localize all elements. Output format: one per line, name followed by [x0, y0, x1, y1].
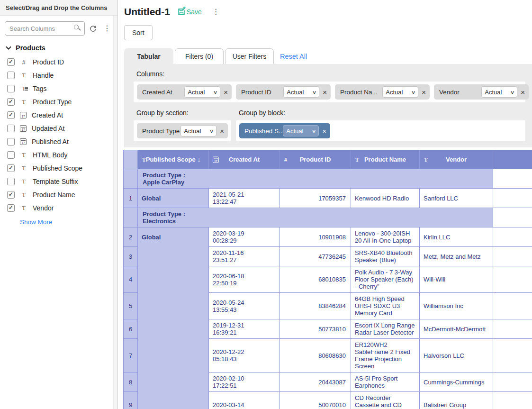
field-chip-created-at[interactable]: Created AtActual∨×: [137, 84, 232, 100]
sidebar-item-html-body[interactable]: THTML Body: [0, 148, 117, 162]
product-id-cell: 10901908: [280, 227, 351, 247]
page-title: Untitled-1: [124, 6, 170, 18]
aggregation-value: Actual: [386, 89, 403, 96]
created-at-cell: 2020-11-1623:51:27: [209, 247, 280, 266]
published-scope-cell: Global: [138, 189, 209, 208]
remove-chip-icon[interactable]: ×: [521, 89, 525, 96]
vendor-cell: McDermott-McDermott: [420, 319, 493, 339]
field-label: Published At: [32, 138, 69, 145]
text-type-icon: T: [20, 72, 27, 79]
column-header-product-name[interactable]: TProduct Name: [351, 150, 420, 169]
aggregation-dropdown[interactable]: Actual∨: [481, 86, 517, 98]
vendor-cell: Williamson Inc: [420, 293, 493, 319]
field-checkbox[interactable]: ✓: [7, 111, 15, 119]
field-label: Created At: [32, 111, 63, 119]
field-checkbox[interactable]: [7, 151, 15, 159]
tab-filters[interactable]: Filters (0): [175, 48, 224, 64]
report-menu-icon[interactable]: ⋮: [210, 7, 222, 17]
sidebar-item-template-suffix[interactable]: TTemplate Suffix: [0, 175, 117, 188]
refresh-icon[interactable]: [89, 25, 97, 33]
sidebar-group-products[interactable]: Products: [0, 40, 117, 55]
text-type-icon: T: [20, 99, 27, 106]
sidebar-item-product-id[interactable]: ✓#Product ID: [0, 55, 117, 69]
field-checkbox[interactable]: [7, 125, 15, 132]
field-checkbox[interactable]: [7, 138, 15, 145]
field-checkbox[interactable]: [7, 72, 15, 79]
column-header-product-id[interactable]: #Product ID: [280, 150, 351, 169]
layout-builder-panel: Columns: Created AtActual∨×Product IDAct…: [124, 64, 532, 147]
table-body: Product Type :Apple CarPlay1Global2021-0…: [124, 169, 532, 409]
column-header-vendor[interactable]: TVendor: [420, 150, 493, 169]
field-label: Template Suffix: [33, 178, 78, 185]
sidebar-item-created-at[interactable]: ✓17Created At: [0, 109, 117, 122]
field-chip-product-na[interactable]: Product Na...Actual∨×: [335, 84, 430, 100]
sidebar-item-published-at[interactable]: 17Published At: [0, 135, 117, 148]
group-section-dropzone[interactable]: Product TypeActual∨×: [134, 120, 231, 141]
product-id-cell: 50773810: [280, 319, 351, 339]
remove-chip-icon[interactable]: ×: [323, 89, 327, 96]
field-checkbox[interactable]: ✓: [7, 58, 15, 66]
aggregation-dropdown[interactable]: Actual∨: [382, 86, 418, 98]
column-header-created-at[interactable]: 17Created At: [209, 150, 280, 169]
spacer-cell: [493, 392, 532, 409]
sidebar-item-updated-at[interactable]: 17Updated At: [0, 122, 117, 135]
column-header-label: Vendor: [446, 156, 467, 163]
field-chip-published-s[interactable]: Published S...Actual∨×: [239, 123, 330, 138]
sidebar-item-published-scope[interactable]: ✓TPublished Scope: [0, 162, 117, 175]
field-checkbox[interactable]: ✓: [7, 164, 15, 172]
aggregation-dropdown[interactable]: Actual∨: [184, 86, 220, 98]
remove-chip-icon[interactable]: ×: [422, 89, 426, 96]
sidebar-item-tags[interactable]: TTags: [0, 82, 117, 95]
group-header-row: Product Type :Apple CarPlay: [124, 169, 532, 189]
sidebar-item-product-name[interactable]: ✓TProduct Name: [0, 188, 117, 201]
aggregation-dropdown[interactable]: Actual∨: [283, 125, 319, 136]
remove-chip-icon[interactable]: ×: [224, 89, 228, 96]
field-chip-product-type[interactable]: Product TypeActual∨×: [137, 123, 228, 138]
sidebar-item-vendor[interactable]: ✓TVendor: [0, 201, 117, 215]
chip-field-label: Product ID: [241, 89, 283, 96]
sidebar-item-handle[interactable]: THandle: [0, 69, 117, 82]
aggregation-dropdown[interactable]: Actual∨: [180, 125, 216, 136]
search-input[interactable]: [5, 21, 85, 36]
sidebar-scrollbar[interactable]: [113, 16, 117, 409]
remove-chip-icon[interactable]: ×: [322, 127, 326, 135]
field-label: Vendor: [33, 204, 54, 212]
row-number-cell: 9: [124, 392, 138, 409]
tab-tabular[interactable]: Tabular: [124, 48, 173, 64]
chip-field-label: Product Type: [142, 127, 180, 135]
field-checkbox[interactable]: [7, 85, 15, 92]
field-checkbox[interactable]: ✓: [7, 98, 15, 106]
aggregation-dropdown[interactable]: Actual∨: [283, 86, 319, 98]
spacer-cell: [493, 189, 532, 208]
created-at-cell: 2020-03-1900:28:29: [209, 227, 280, 247]
show-more-link[interactable]: Show More: [20, 218, 52, 226]
sidebar-menu-icon[interactable]: ⋮: [101, 24, 113, 33]
field-checkbox[interactable]: ✓: [7, 191, 15, 199]
product-name-cell: Lenovo - 300-20ISH 20 All-In-One Laptop: [351, 227, 420, 247]
column-header-published-scope[interactable]: TPublished Scope↓: [138, 150, 209, 169]
save-button[interactable]: * Save: [178, 8, 203, 16]
vendor-cell: Metz, Metz and Metz: [420, 247, 493, 266]
remove-chip-icon[interactable]: ×: [220, 127, 224, 135]
sort-button[interactable]: Sort: [124, 25, 153, 40]
tab-user-filters[interactable]: User Filters: [225, 48, 274, 64]
group-block-dropzone[interactable]: Published S...Actual∨×: [236, 120, 525, 141]
text-type-icon: T: [20, 205, 27, 212]
columns-dropzone[interactable]: Created AtActual∨×Product IDActual∨×Prod…: [134, 82, 525, 102]
sidebar-item-product-type[interactable]: ✓TProduct Type: [0, 95, 117, 109]
created-at-cell: 2019-12-3116:39:21: [209, 319, 280, 339]
corner-cell: [124, 150, 138, 169]
field-label: Handle: [33, 72, 54, 79]
chip-field-label: Product Na...: [340, 89, 382, 96]
field-chip-vendor[interactable]: VendorActual∨×: [434, 84, 529, 100]
reset-all-link[interactable]: Reset All: [280, 53, 307, 60]
sort-desc-icon[interactable]: ↓: [198, 156, 201, 163]
field-label: Product ID: [33, 58, 64, 66]
field-chip-product-id[interactable]: Product IDActual∨×: [236, 84, 331, 100]
field-checkbox[interactable]: ✓: [7, 204, 15, 212]
aggregation-value: Actual: [485, 89, 502, 96]
field-checkbox[interactable]: [7, 178, 15, 185]
chevron-down-icon: ∨: [312, 90, 316, 95]
row-number-cell: 6: [124, 319, 138, 339]
number-type-icon: #: [20, 59, 27, 66]
